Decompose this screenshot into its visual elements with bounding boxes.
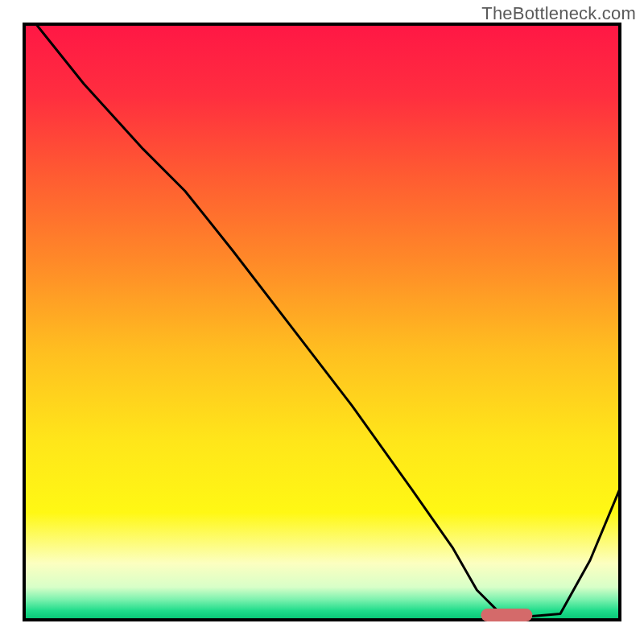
plot-background xyxy=(24,24,620,620)
bottleneck-chart xyxy=(0,0,644,644)
chart-container: { "watermark": "TheBottleneck.com", "plo… xyxy=(0,0,644,644)
optimum-marker xyxy=(481,609,532,621)
